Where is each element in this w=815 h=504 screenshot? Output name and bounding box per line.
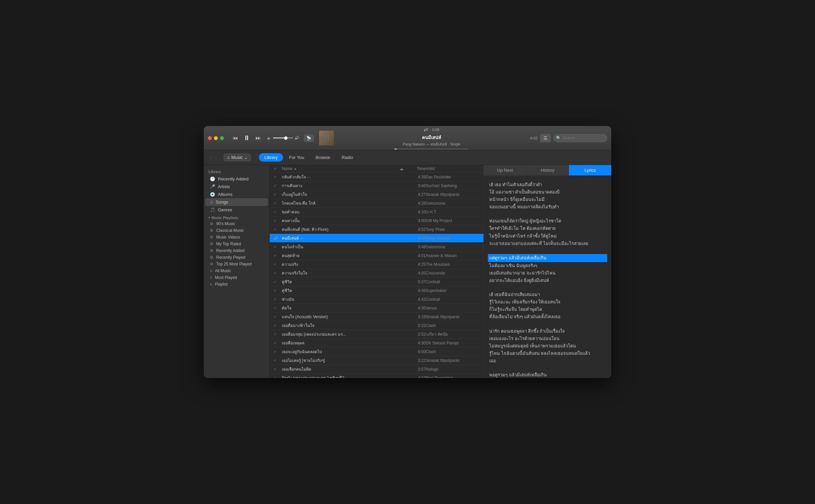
check-column-header: ✓ (274, 166, 282, 171)
artist-cell: Dax Rockrider (426, 175, 479, 179)
playlist-label-music-videos: Music Videos (216, 235, 240, 240)
time-cell: 4:35 (405, 306, 426, 310)
source-selector[interactable]: ♫ Music ⌄ (224, 154, 251, 161)
table-row[interactable]: ✓ เธอคือนางฟ้าในใจ 5:22 Clash (270, 321, 483, 330)
sidebar-item-recently-played[interactable]: ⚙ Recently Played (205, 254, 268, 261)
album-art-thumbnail[interactable]: 🎵 (319, 131, 334, 145)
playlist-label-my-top-rated: My Top Rated (216, 242, 241, 246)
tab-radio[interactable]: Radio (336, 153, 358, 162)
check-cell: ✓ (274, 193, 282, 196)
lyric-paragraph: แต่ดูรวมๆ แล้วมีเสน่ห์เหลือเกินไม่ต้องมา… (489, 254, 606, 284)
sidebar-item-playlist[interactable]: ≡ Playlist (205, 281, 268, 288)
table-row[interactable]: ✓ เก็บอยู่ในหัวใจ 4:27 Sirasak Ittipolpa… (270, 190, 483, 199)
minimize-button[interactable] (214, 136, 218, 140)
table-row[interactable]: ✓ ความจริงในใจ 4:05 Crescendo (270, 269, 483, 278)
check-cell: ✓ (274, 280, 282, 284)
name-cell: ปัดบัง (เพลงประกอบละคร "เพลิงนรี") (282, 375, 405, 378)
now-playing-controls: ⇄ 0:08 (424, 126, 439, 133)
table-row[interactable]: ✓ ไกลแค่ไหน คือ ใกล้ 4:26 Getsunova (270, 199, 483, 208)
lyrics-tabs: Up Next History Lyrics (484, 165, 611, 176)
artist-cell: เปรียว ทัศนีย (426, 331, 479, 337)
sidebar-item-90s-music[interactable]: ⚙ 90's Music (205, 220, 268, 227)
time-cell: 4:27 (405, 192, 426, 197)
tab-up-next[interactable]: Up Next (484, 165, 527, 175)
volume-fill (273, 137, 285, 138)
table-row[interactable]: ✓ กลับตัวกลับใจ ··· 4:39 Dax Rockrider (270, 173, 483, 181)
volume-slider[interactable]: 🔈 🔊 (267, 136, 299, 140)
nav-arrows: ‹ › (209, 154, 218, 161)
progress-bar[interactable] (394, 149, 468, 150)
name-cell: กลับตัวกลับใจ ··· (282, 174, 405, 180)
table-row[interactable]: ✓ ขอคำตอบ 4:10 U.H.T. (270, 208, 483, 216)
table-row[interactable]: ✓ ตัดใจ 4:35 Venus (270, 304, 483, 312)
table-row[interactable]: ✓ เธอจะอยู่กับฉันตลอดไป 5:00 Clash (270, 347, 483, 356)
checkmark: ✓ (274, 184, 276, 187)
close-button[interactable] (208, 136, 212, 140)
sidebar-item-most-played[interactable]: ≡ Most Played (205, 274, 268, 281)
time-cell: 3:48 (405, 245, 426, 249)
table-row[interactable]: ✓ ปัดบัง (เพลงประกอบละคร "เพลิงนรี") 4:0… (270, 374, 483, 378)
sidebar-item-my-top-rated[interactable]: ⚙ My Top Rated (205, 241, 268, 247)
right-controls: -4:02 ☰ 🔍 (529, 134, 607, 142)
sidebar-item-music-videos[interactable]: ⚙ Music Videos (205, 234, 268, 241)
name-cell: เก็บอยู่ในหัวใจ (282, 191, 405, 198)
table-row[interactable]: ✓ เธอเลือกคนไม่ผิด 3:57 Nologo (270, 365, 483, 374)
table-row[interactable]: ✓ คู่ชีวิต 4:09 Superbaker (270, 286, 483, 295)
table-row[interactable]: ✓ การเดินทาง 3:46 Suchart Saeheng (270, 181, 483, 190)
playlists-section[interactable]: ▾ Music Playlists (204, 214, 269, 220)
tab-for-you[interactable]: For You (284, 153, 310, 162)
check-cell: ✓ (274, 315, 282, 319)
check-cell: ✓ (274, 324, 282, 327)
navbar: ‹ › ♫ Music ⌄ Library For You Browse Rad… (204, 150, 611, 165)
sidebar-item-albums[interactable]: 💿 Albums (205, 191, 268, 198)
tab-browse[interactable]: Browse (310, 153, 336, 162)
tab-lyrics[interactable]: Lyrics (569, 165, 611, 175)
table-row[interactable]: ✓ เธอไม่เคยรู้ [ชายไม่จริงๆ] 3:22 Sirasa… (270, 356, 483, 365)
artist-column-header[interactable]: Artist (426, 166, 479, 171)
queue-button[interactable]: ☰ (540, 134, 551, 142)
table-row[interactable]: ✓ คนไม่จำเป็น 3:48 Getsunova (270, 243, 483, 251)
sidebar-item-artists[interactable]: 🎤 Artists (205, 183, 268, 191)
check-cell: ✓ (274, 184, 282, 187)
lyric-paragraph: พอดูรวมๆ แล้วมีเสน่ห์เหลือเกินไม่ต้องมาเ… (489, 371, 606, 378)
time-column-header[interactable]: Time (405, 166, 426, 171)
artist-cell: Sirasak Ittipolpanis (426, 358, 479, 363)
sidebar-item-all-music[interactable]: ≡ All Music (205, 267, 268, 274)
table-row[interactable]: ✓ เธอคือเหตุผล 4:30 Oh Seksun Parnpr (270, 339, 483, 347)
table-row[interactable]: ✓ คนสุดท้าย 4:01 Asanee & Wasan (270, 251, 483, 260)
artist-cell: Gift My Project (426, 218, 479, 223)
name-cell: ช่างมัน (282, 296, 405, 302)
table-row[interactable]: ✓ คนทางนั้น 4:00 Gift My Project (270, 216, 483, 225)
sidebar-item-recently-added-playlist[interactable]: ⚙ Recently Added (205, 247, 268, 254)
sidebar-item-songs[interactable]: ♫ Songs (205, 198, 268, 206)
maximize-button[interactable] (220, 136, 224, 140)
table-row[interactable]: ✓ ความจริง 4:25 The Mousses (270, 260, 483, 269)
table-row[interactable]: ✓ เธอคือมรสุม (เพลงประกอบละคร มร... 2:52… (270, 330, 483, 339)
forward-button[interactable]: › (214, 154, 219, 161)
list-icon-playlist: ≡ (210, 282, 212, 287)
tab-library[interactable]: Library (259, 153, 283, 162)
sidebar-item-recently-added[interactable]: 🕐 Recently Added (205, 175, 268, 183)
play-pause-button[interactable]: ⏸ (242, 133, 251, 142)
search-input[interactable] (553, 134, 607, 142)
sidebar-item-classical-music[interactable]: ⚙ Classical Music (205, 227, 268, 234)
artist-cell: Superbaker (426, 288, 479, 293)
back-button[interactable]: ‹ (209, 154, 214, 161)
table-row[interactable]: ✓ ช่างมัน 4:42 Cocktail (270, 295, 483, 304)
tab-history[interactable]: History (527, 165, 569, 175)
name-cell: คู่ชีวิต (282, 279, 405, 285)
table-row[interactable]: 🔊 คนมีเสน่ห์ ··· 4:10 Pang Nakarin (270, 234, 483, 243)
artist-cell: Sirasak Ittipolpanis (426, 314, 479, 319)
shuffle-button[interactable]: ⇄ (424, 126, 428, 133)
sidebar-item-top-25[interactable]: ⚙ Top 25 Most Played (205, 261, 268, 267)
sidebar-item-genres[interactable]: 🎵 Genres (205, 206, 268, 214)
name-column-header[interactable]: Name ▲ (282, 166, 397, 171)
rewind-button[interactable]: ⏮ (231, 134, 239, 142)
airplay-button[interactable]: 📡 (304, 134, 314, 142)
table-row[interactable]: ✓ คู่ชีวิต 5:37 Cocktail (270, 278, 483, 286)
table-row[interactable]: ✓ แทนใจ (Acoustic Version) 3:19 Sirasak … (270, 312, 483, 321)
name-cell: ไกลแค่ไหน คือ ใกล้ (282, 200, 405, 206)
fast-forward-button[interactable]: ⏭ (254, 134, 262, 142)
table-row[interactable]: ✓ คนที่แสนดี (feat. คิว Flure) 4:52 Tony… (270, 225, 483, 234)
playlist-label-most-played: Most Played (215, 275, 237, 280)
